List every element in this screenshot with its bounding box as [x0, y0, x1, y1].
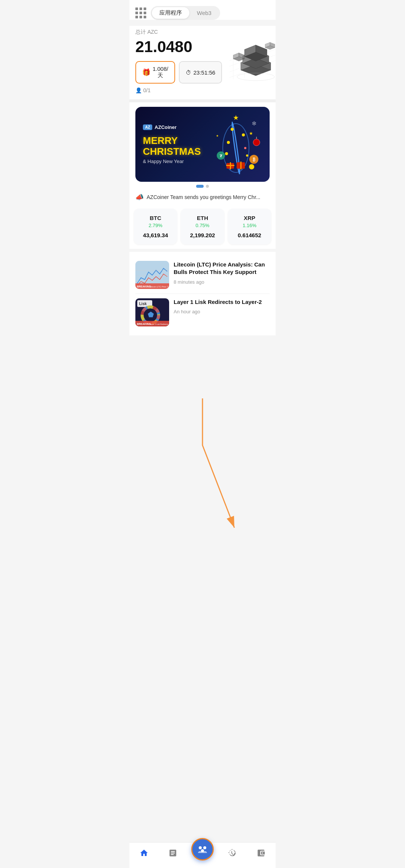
news-item-1[interactable]: BREAKING Litecoin (LTC) Price: Can Bulls… — [135, 256, 270, 294]
xrp-name: XRP — [232, 215, 267, 221]
svg-text:Lisk: Lisk — [139, 302, 147, 306]
crypto-card-eth[interactable]: ETH 0.75% 2,199.202 — [181, 209, 224, 244]
svg-point-32 — [242, 133, 245, 136]
timer-button[interactable]: ⏱ 23:51:56 — [179, 61, 222, 84]
banner-title: MERRY CHRISTMAS — [143, 135, 210, 157]
user-count-value: 0/1 — [143, 87, 150, 93]
megaphone-icon: 📣 — [135, 193, 144, 201]
crypto-card-xrp[interactable]: XRP 1.16% 0.614652 — [228, 209, 271, 244]
banner-subtitle: & Happy New Year — [143, 159, 210, 164]
user-count: 👤 0/1 — [135, 87, 222, 93]
news-thumb-1: BREAKING Litecoin (LTC) Price: Can Bulls… — [135, 261, 169, 289]
btc-price: 43,619.34 — [138, 232, 172, 238]
balance-right — [222, 29, 276, 83]
svg-point-34 — [244, 147, 246, 149]
news-thumb-2: Lisk ⬟ BREAKING Layer 1 Lisk Redirects t… — [135, 298, 169, 326]
svg-point-46 — [253, 139, 260, 146]
crypto-card-btc[interactable]: BTC 2.79% 43,619.34 — [134, 209, 177, 244]
daily-reward-button[interactable]: 🎁 1.008/天 — [135, 61, 175, 84]
az-logo: AZ AZCoiner — [143, 124, 210, 130]
btc-change: 2.79% — [138, 223, 172, 228]
svg-point-31 — [231, 128, 234, 131]
news-title-2: Layer 1 Lisk Redirects to Layer-2 — [174, 298, 270, 306]
svg-rect-39 — [226, 165, 234, 166]
daily-reward-label: 1.008/天 — [153, 66, 168, 79]
section-divider — [129, 99, 276, 102]
banner-dots — [135, 182, 270, 191]
crypto-section: BTC 2.79% 43,619.34 ETH 0.75% 2,199.202 … — [129, 209, 276, 249]
banner-card[interactable]: AZ AZCoiner MERRY CHRISTMAS & Happy New … — [135, 107, 270, 182]
az-name: AZCoiner — [154, 124, 177, 130]
balance-section: 总计 AZC 21.0480 🎁 1.008/天 ⏱ 23:51:56 👤 0/… — [129, 26, 276, 99]
eth-change: 0.75% — [185, 223, 219, 228]
news-content-1: Litecoin (LTC) Price Analysis: Can Bulls… — [174, 261, 270, 289]
btc-name: BTC — [138, 215, 172, 221]
banner-dot-2[interactable] — [206, 185, 209, 188]
header: 应用程序 Web3 — [129, 0, 276, 20]
svg-point-48 — [249, 164, 254, 169]
news-time-2: An hour ago — [174, 309, 270, 314]
user-icon: 👤 — [135, 87, 142, 93]
grid-menu-icon[interactable] — [135, 7, 146, 18]
news-time-1: 8 minutes ago — [174, 279, 270, 285]
svg-rect-41 — [240, 162, 242, 169]
svg-text:★: ★ — [233, 114, 239, 121]
banner-left: AZ AZCoiner MERRY CHRISTMAS & Happy New … — [143, 124, 210, 164]
news-content-2: Layer 1 Lisk Redirects to Layer-2 An hou… — [174, 298, 270, 326]
gift-icon: 🎁 — [142, 68, 150, 76]
header-top: 应用程序 Web3 — [135, 6, 270, 20]
svg-text:❄: ❄ — [252, 120, 256, 127]
svg-text:BREAKING: BREAKING — [137, 285, 151, 288]
news-item-2[interactable]: Lisk ⬟ BREAKING Layer 1 Lisk Redirects t… — [135, 294, 270, 331]
svg-point-33 — [227, 141, 230, 144]
svg-text:⬟: ⬟ — [148, 311, 154, 319]
news-section: BREAKING Litecoin (LTC) Price: Can Bulls… — [129, 252, 276, 335]
announcement-bar[interactable]: 📣 AZCoiner Team sends you greetings Merr… — [135, 191, 270, 206]
svg-point-36 — [246, 154, 248, 157]
eth-price: 2,199.202 — [185, 232, 219, 238]
svg-text:₿: ₿ — [253, 157, 255, 162]
balance-actions: 🎁 1.008/天 ⏱ 23:51:56 — [135, 61, 222, 84]
svg-point-35 — [225, 152, 228, 155]
news-title-1: Litecoin (LTC) Price Analysis: Can Bulls… — [174, 261, 270, 276]
svg-text:BREAKING: BREAKING — [137, 323, 151, 325]
svg-text:Layer 1 Lisk Redirects to Laye: Layer 1 Lisk Redirects to Layer-2 — [150, 323, 169, 325]
xrp-price: 0.614652 — [232, 232, 267, 238]
banner-dot-1[interactable] — [196, 185, 204, 188]
banner-section: AZ AZCoiner MERRY CHRISTMAS & Happy New … — [129, 102, 276, 209]
tab-app[interactable]: 应用程序 — [152, 7, 189, 19]
svg-text:★: ★ — [249, 131, 253, 136]
tab-web3[interactable]: Web3 — [189, 7, 219, 19]
svg-text:₮: ₮ — [220, 154, 222, 158]
svg-text:★: ★ — [216, 134, 219, 138]
timer-label: 23:51:56 — [194, 69, 215, 76]
xrp-change: 1.16% — [232, 223, 267, 228]
announcement-text: AZCoiner Team sends you greetings Merry … — [147, 194, 260, 200]
svg-text:Litecoin (LTC) Price: Can Bull: Litecoin (LTC) Price: Can Bulls Protect.… — [150, 286, 169, 288]
az-badge: AZ — [143, 124, 152, 130]
balance-label: 总计 AZC — [135, 29, 222, 36]
crypto-grid: BTC 2.79% 43,619.34 ETH 0.75% 2,199.202 … — [134, 209, 271, 244]
balance-left: 总计 AZC 21.0480 🎁 1.008/天 ⏱ 23:51:56 👤 0/… — [135, 29, 222, 93]
timer-icon: ⏱ — [186, 69, 191, 76]
banner-tree-illustration: ★ ★ ★ ❄ — [210, 114, 262, 174]
eth-name: ETH — [185, 215, 219, 221]
tab-group: 应用程序 Web3 — [151, 6, 220, 20]
balance-amount: 21.0480 — [135, 38, 222, 56]
cube-illustration — [222, 29, 276, 81]
